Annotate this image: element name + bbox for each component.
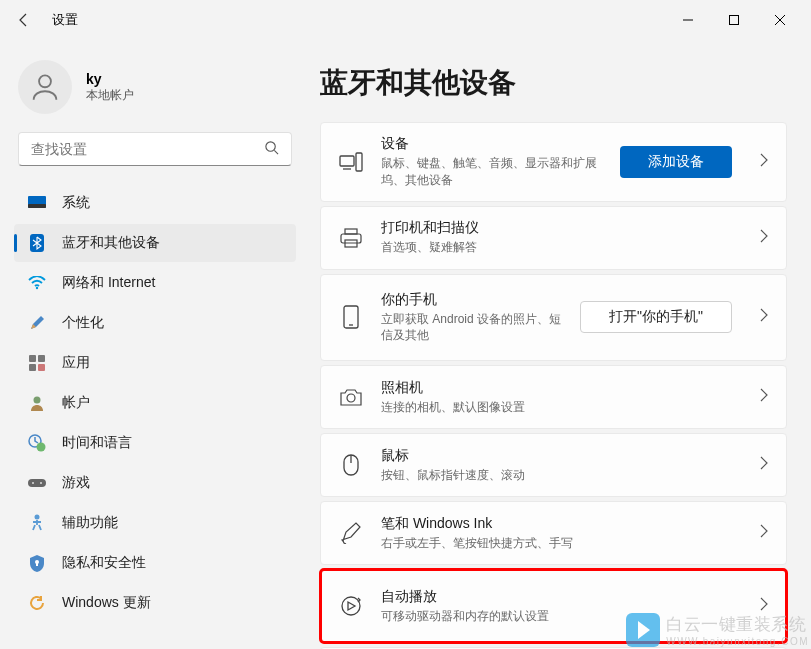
open-your-phone-button[interactable]: 打开"你的手机"	[580, 301, 732, 333]
card-subtitle: 鼠标、键盘、触笔、音频、显示器和扩展坞、其他设备	[381, 155, 602, 189]
sidebar-item-label: 帐户	[62, 394, 90, 412]
sidebar-item-label: 网络和 Internet	[62, 274, 155, 292]
svg-rect-25	[345, 229, 357, 234]
svg-rect-16	[28, 479, 46, 487]
sidebar-item-label: 时间和语言	[62, 434, 132, 452]
search-icon	[264, 140, 279, 159]
profile-name: ky	[86, 71, 134, 87]
brush-icon	[28, 314, 46, 332]
svg-point-15	[37, 443, 46, 452]
card-title: 照相机	[381, 379, 732, 397]
sidebar-item-accounts[interactable]: 帐户	[14, 384, 296, 422]
avatar	[18, 60, 72, 114]
user-profile[interactable]: ky 本地帐户	[4, 40, 306, 130]
mouse-icon	[339, 454, 363, 476]
sidebar-item-label: 系统	[62, 194, 90, 212]
card-title: 你的手机	[381, 291, 562, 309]
card-camera[interactable]: 照相机 连接的相机、默认图像设置	[320, 365, 787, 429]
card-subtitle: 按钮、鼠标指针速度、滚动	[381, 467, 732, 484]
svg-point-13	[34, 397, 41, 404]
svg-rect-10	[38, 355, 45, 362]
card-pen[interactable]: 笔和 Windows Ink 右手或左手、笔按钮快捷方式、手写	[320, 501, 787, 565]
gamepad-icon	[28, 474, 46, 492]
printer-icon	[339, 228, 363, 248]
chevron-right-icon	[760, 153, 768, 171]
chevron-right-icon	[760, 456, 768, 474]
sidebar-item-network[interactable]: 网络和 Internet	[14, 264, 296, 302]
titlebar: 设置	[0, 0, 811, 40]
add-device-button[interactable]: 添加设备	[620, 146, 732, 178]
nav-list: 系统 蓝牙和其他设备 网络和 Internet 个性化 应用 帐户	[4, 184, 306, 622]
back-arrow-icon	[16, 12, 32, 28]
svg-point-8	[36, 287, 38, 289]
maximize-button[interactable]	[711, 4, 757, 36]
sidebar-item-label: Windows 更新	[62, 594, 151, 612]
card-your-phone[interactable]: 你的手机 立即获取 Android 设备的照片、短信及其他 打开"你的手机"	[320, 274, 787, 362]
sidebar-item-gaming[interactable]: 游戏	[14, 464, 296, 502]
chevron-right-icon	[760, 597, 768, 615]
card-title: 自动播放	[381, 588, 732, 606]
sidebar-item-label: 应用	[62, 354, 90, 372]
card-title: 设备	[381, 135, 602, 153]
maximize-icon	[728, 14, 740, 26]
pen-icon	[339, 522, 363, 544]
shield-icon	[28, 554, 46, 572]
sidebar-item-label: 蓝牙和其他设备	[62, 234, 160, 252]
card-title: 鼠标	[381, 447, 732, 465]
svg-point-33	[342, 597, 360, 615]
card-subtitle: 右手或左手、笔按钮快捷方式、手写	[381, 535, 732, 552]
clock-globe-icon	[28, 434, 46, 452]
sidebar-item-bluetooth[interactable]: 蓝牙和其他设备	[14, 224, 296, 262]
chevron-right-icon	[760, 229, 768, 247]
card-subtitle: 可移动驱动器和内存的默认设置	[381, 608, 732, 625]
card-subtitle: 立即获取 Android 设备的照片、短信及其他	[381, 311, 562, 345]
sidebar-item-label: 辅助功能	[62, 514, 118, 532]
phone-icon	[339, 305, 363, 329]
update-icon	[28, 594, 46, 612]
card-devices[interactable]: 设备 鼠标、键盘、触笔、音频、显示器和扩展坞、其他设备 添加设备	[320, 122, 787, 202]
svg-rect-21	[36, 563, 38, 566]
sidebar-item-accessibility[interactable]: 辅助功能	[14, 504, 296, 542]
sidebar-item-privacy[interactable]: 隐私和安全性	[14, 544, 296, 582]
svg-point-3	[266, 141, 275, 150]
sidebar-item-windows-update[interactable]: Windows 更新	[14, 584, 296, 622]
search-box[interactable]	[18, 132, 292, 166]
svg-rect-26	[341, 234, 361, 243]
sidebar-item-system[interactable]: 系统	[14, 184, 296, 222]
chevron-right-icon	[760, 524, 768, 542]
sidebar-item-label: 隐私和安全性	[62, 554, 146, 572]
svg-rect-22	[340, 156, 354, 166]
svg-point-30	[347, 394, 355, 402]
sidebar-item-apps[interactable]: 应用	[14, 344, 296, 382]
card-autoplay[interactable]: 自动播放 可移动驱动器和内存的默认设置	[320, 569, 787, 643]
main-content: 蓝牙和其他设备 设备 鼠标、键盘、触笔、音频、显示器和扩展坞、其他设备 添加设备…	[310, 40, 811, 649]
card-title: 打印机和扫描仪	[381, 219, 732, 237]
profile-subtitle: 本地帐户	[86, 87, 134, 104]
svg-line-4	[274, 150, 278, 154]
card-title: 笔和 Windows Ink	[381, 515, 732, 533]
minimize-button[interactable]	[665, 4, 711, 36]
sidebar-item-label: 游戏	[62, 474, 90, 492]
bluetooth-icon	[28, 234, 46, 252]
camera-icon	[339, 388, 363, 406]
svg-rect-11	[29, 364, 36, 371]
devices-icon	[339, 152, 363, 172]
card-mouse[interactable]: 鼠标 按钮、鼠标指针速度、滚动	[320, 433, 787, 497]
back-button[interactable]	[8, 4, 40, 36]
sidebar-item-time-language[interactable]: 时间和语言	[14, 424, 296, 462]
card-printers[interactable]: 打印机和扫描仪 首选项、疑难解答	[320, 206, 787, 270]
card-subtitle: 连接的相机、默认图像设置	[381, 399, 732, 416]
svg-rect-1	[730, 16, 739, 25]
svg-point-19	[35, 515, 40, 520]
svg-point-2	[39, 75, 51, 87]
search-input[interactable]	[31, 141, 264, 157]
minimize-icon	[682, 14, 694, 26]
person-icon	[28, 70, 62, 104]
sidebar-item-personalization[interactable]: 个性化	[14, 304, 296, 342]
window-title: 设置	[52, 11, 78, 29]
close-button[interactable]	[757, 4, 803, 36]
autoplay-icon	[339, 595, 363, 617]
system-icon	[28, 194, 46, 212]
chevron-right-icon	[760, 388, 768, 406]
page-title: 蓝牙和其他设备	[320, 64, 787, 102]
